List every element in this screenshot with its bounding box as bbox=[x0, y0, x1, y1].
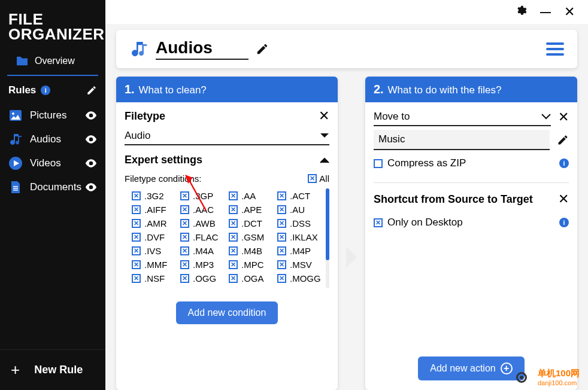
scrollbar-thumb[interactable] bbox=[326, 188, 329, 260]
compress-checkbox[interactable] bbox=[374, 159, 383, 168]
extension-item[interactable]: .3GP bbox=[180, 191, 226, 201]
extension-item[interactable]: .AA bbox=[229, 191, 275, 201]
extension-item[interactable]: .AIFF bbox=[132, 205, 178, 215]
target-input[interactable]: Music bbox=[374, 130, 550, 150]
ext-checkbox[interactable] bbox=[132, 246, 141, 255]
sidebar-item-pictures[interactable]: Pictures bbox=[0, 103, 105, 127]
ext-checkbox[interactable] bbox=[180, 233, 189, 242]
extension-item[interactable]: .MMF bbox=[132, 260, 178, 270]
extension-item[interactable]: .ACT bbox=[277, 191, 323, 201]
ext-checkbox[interactable] bbox=[277, 205, 286, 214]
settings-icon[interactable] bbox=[515, 5, 527, 20]
sidebar-overview[interactable]: Overview bbox=[7, 52, 98, 76]
sidebar-item-audios[interactable]: Audios bbox=[0, 127, 105, 151]
ext-checkbox[interactable] bbox=[132, 233, 141, 242]
expert-settings-toggle[interactable]: Expert settings bbox=[125, 149, 329, 169]
filetype-select[interactable]: Audio bbox=[125, 127, 329, 145]
ext-checkbox[interactable] bbox=[180, 219, 189, 228]
ext-checkbox[interactable] bbox=[277, 219, 286, 228]
extension-item[interactable]: .3G2 bbox=[132, 191, 178, 201]
ext-checkbox[interactable] bbox=[132, 191, 141, 200]
add-condition-button[interactable]: Add new condition bbox=[176, 301, 278, 324]
rules-label: Rules bbox=[8, 84, 36, 96]
extension-item[interactable]: .DVF bbox=[132, 232, 178, 242]
extension-item[interactable]: .GSM bbox=[229, 232, 275, 242]
extension-item[interactable]: .DCT bbox=[229, 218, 275, 228]
info-icon[interactable]: i bbox=[41, 86, 50, 95]
info-icon[interactable]: i bbox=[559, 159, 569, 168]
eye-icon[interactable] bbox=[85, 159, 97, 167]
add-action-button[interactable]: Add new action + bbox=[418, 357, 524, 380]
svg-point-1 bbox=[12, 112, 14, 115]
extension-item[interactable]: .M4A bbox=[180, 246, 226, 256]
ext-checkbox[interactable] bbox=[132, 219, 141, 228]
ext-checkbox[interactable] bbox=[229, 274, 238, 283]
ext-checkbox[interactable] bbox=[229, 205, 238, 214]
ext-checkbox[interactable] bbox=[229, 260, 238, 269]
extension-item[interactable]: .OGG bbox=[180, 273, 226, 284]
extension-item[interactable]: .MOGG bbox=[277, 273, 323, 284]
ext-checkbox[interactable] bbox=[277, 246, 286, 255]
eye-icon[interactable] bbox=[85, 111, 97, 120]
ext-checkbox[interactable] bbox=[277, 191, 286, 200]
sidebar-item-label: Audios bbox=[30, 133, 61, 145]
rule-name: Audios bbox=[156, 38, 248, 60]
ext-checkbox[interactable] bbox=[180, 191, 189, 200]
ext-checkbox[interactable] bbox=[277, 233, 286, 242]
videos-icon bbox=[8, 156, 23, 170]
close-icon[interactable]: ✕ bbox=[558, 109, 569, 125]
sidebar-item-videos[interactable]: Videos bbox=[0, 151, 105, 175]
extension-item[interactable]: .MP3 bbox=[180, 260, 226, 270]
ext-checkbox[interactable] bbox=[180, 205, 189, 214]
extension-item[interactable]: .DSS bbox=[277, 218, 323, 228]
action-select[interactable]: Move to bbox=[374, 108, 551, 126]
edit-icon[interactable] bbox=[256, 42, 269, 56]
extension-item[interactable]: .NSF bbox=[132, 273, 178, 284]
ext-checkbox[interactable] bbox=[132, 274, 141, 283]
menu-icon[interactable] bbox=[546, 42, 564, 56]
edit-icon[interactable] bbox=[557, 134, 569, 146]
close-icon[interactable]: ✕ bbox=[558, 191, 569, 207]
extension-item[interactable]: .FLAC bbox=[180, 232, 226, 242]
eye-icon[interactable] bbox=[85, 183, 97, 191]
sidebar-item-documents[interactable]: Documents bbox=[0, 175, 105, 199]
ext-checkbox[interactable] bbox=[229, 233, 238, 242]
extension-item[interactable]: .IVS bbox=[132, 246, 178, 256]
folder-icon bbox=[16, 56, 29, 66]
extension-item[interactable]: .APE bbox=[229, 205, 275, 215]
audios-icon bbox=[129, 39, 148, 59]
ext-checkbox[interactable] bbox=[229, 191, 238, 200]
minimize-button[interactable]: — bbox=[540, 6, 551, 19]
close-button[interactable]: ✕ bbox=[564, 4, 575, 20]
ext-checkbox[interactable] bbox=[132, 260, 141, 269]
extension-item[interactable]: .OGA bbox=[229, 273, 275, 284]
extension-item[interactable]: .IKLAX bbox=[277, 232, 323, 242]
extension-item[interactable]: .MSV bbox=[277, 260, 323, 270]
eye-icon[interactable] bbox=[85, 135, 97, 144]
ext-checkbox[interactable] bbox=[180, 274, 189, 283]
sidebar-item-label: Pictures bbox=[30, 109, 66, 121]
ext-checkbox[interactable] bbox=[277, 260, 286, 269]
ext-checkbox[interactable] bbox=[229, 246, 238, 255]
plus-circle-icon: + bbox=[501, 362, 513, 374]
desktop-checkbox[interactable] bbox=[374, 218, 383, 227]
scrollbar[interactable] bbox=[326, 188, 329, 288]
all-checkbox[interactable] bbox=[308, 174, 317, 183]
extension-item[interactable]: .AU bbox=[277, 205, 323, 215]
edit-icon[interactable] bbox=[86, 85, 97, 96]
extension-item[interactable]: .M4P bbox=[277, 246, 323, 256]
ext-checkbox[interactable] bbox=[229, 219, 238, 228]
chevron-down-icon bbox=[320, 133, 329, 139]
new-rule-button[interactable]: + New Rule bbox=[0, 349, 105, 390]
ext-checkbox[interactable] bbox=[277, 274, 286, 283]
extension-item[interactable]: .MPC bbox=[229, 260, 275, 270]
ext-checkbox[interactable] bbox=[180, 260, 189, 269]
extension-item[interactable]: .AAC bbox=[180, 205, 226, 215]
extension-item[interactable]: .M4B bbox=[229, 246, 275, 256]
ext-checkbox[interactable] bbox=[132, 205, 141, 214]
ext-checkbox[interactable] bbox=[180, 246, 189, 255]
close-icon[interactable]: ✕ bbox=[319, 108, 329, 124]
extension-item[interactable]: .AMR bbox=[132, 218, 178, 228]
info-icon[interactable]: i bbox=[559, 218, 569, 227]
extension-item[interactable]: .AWB bbox=[180, 218, 226, 228]
